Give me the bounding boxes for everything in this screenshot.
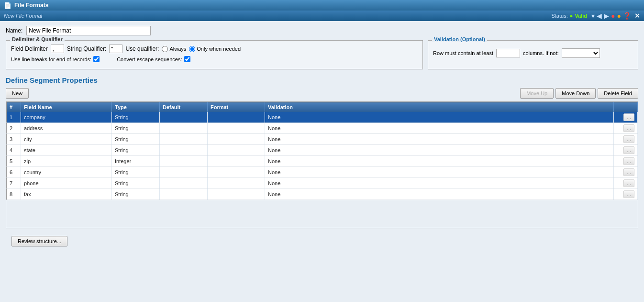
app-icon: 📄 [4,2,11,9]
cell-num: 2 [7,123,21,134]
table-row[interactable]: 5 zip Integer None ... [7,156,638,167]
delimiter-legend: Delimiter & Qualifier [10,36,65,42]
cell-dots[interactable]: ... [614,134,638,145]
line-breaks-label[interactable]: Use line breaks for end of records: [11,56,100,62]
sub-title-bar: New File Format Status: ● Valid ▾ ◀ ▶ ● … [0,11,644,21]
dots-button[interactable]: ... [623,190,634,198]
panels-row: Delimiter & Qualifier Field Delimiter St… [6,40,638,69]
warn-icon[interactable]: ● [617,12,622,20]
review-structure-button[interactable]: Review structure... [11,236,67,246]
cell-format [208,156,265,167]
status-area: Status: ● Valid ▾ ◀ ▶ ● ● ❓ ✕ [551,12,640,20]
cell-default [160,189,208,200]
cell-dots[interactable]: ... [614,178,638,189]
cell-num: 3 [7,134,21,145]
delete-field-button[interactable]: Delete Field [598,88,638,99]
cell-dots[interactable]: ... [614,156,638,167]
toolbar-left: New [6,88,29,99]
validation-panel: Validation (Optional) Row must contain a… [428,40,638,69]
cell-dots[interactable]: ... [614,112,638,123]
dots-button[interactable]: ... [623,179,634,187]
dots-button[interactable]: ... [623,146,634,154]
table-row[interactable]: 7 phone String None ... [7,178,638,189]
name-label: Name: [6,27,22,34]
cell-type: String [112,134,160,145]
prev-icon[interactable]: ◀ [596,12,602,20]
always-radio-label[interactable]: Always [162,46,186,52]
min-columns-input[interactable] [496,49,520,57]
validation-row: Row must contain at least columns. If no… [433,48,633,58]
cell-fieldname: company [21,112,112,123]
dropdown-icon[interactable]: ▾ [591,12,595,20]
cell-format [208,178,265,189]
cell-dots[interactable]: ... [614,167,638,178]
cell-num: 6 [7,167,21,178]
title-bar: 📄 File Formats [0,0,644,11]
dots-button[interactable]: ... [623,157,634,165]
cell-fieldname: state [21,145,112,156]
cell-validation: None [265,145,614,156]
cell-num: 8 [7,189,21,200]
field-delimiter-input[interactable] [51,45,64,53]
bottom-bar: Review structure... [6,232,638,250]
name-input[interactable] [26,26,151,35]
col-header-validation: Validation [265,102,614,112]
delimiter-panel: Delimiter & Qualifier Field Delimiter St… [6,40,423,69]
convert-escape-label[interactable]: Convert escape sequences: [117,56,190,62]
cell-type: String [112,178,160,189]
app-title: File Formats [14,2,48,9]
table-row[interactable]: 4 state String None ... [7,145,638,156]
move-down-button[interactable]: Move Down [555,88,596,99]
cell-fieldname: city [21,134,112,145]
use-qualifier-label: Use qualifier: [125,45,159,52]
cell-num: 7 [7,178,21,189]
table-container: # Field Name Type Default Format Validat… [6,101,638,228]
dots-button[interactable]: ... [623,124,634,132]
cell-dots[interactable]: ... [614,123,638,134]
status-label: Status: [551,13,567,19]
segment-toolbar: New Move Up Move Down Delete Field [6,88,638,99]
dots-button[interactable]: ... [623,168,634,176]
cell-default [160,145,208,156]
only-when-needed-radio[interactable] [189,46,195,52]
move-up-button[interactable]: Move Up [520,88,554,99]
cell-format [208,145,265,156]
next-icon[interactable]: ▶ [603,12,610,20]
cell-num: 4 [7,145,21,156]
convert-escape-checkbox[interactable] [184,56,190,62]
col-header-type: Type [112,102,160,112]
toolbar-right: Move Up Move Down Delete Field [520,88,638,99]
cell-dots[interactable]: ... [614,145,638,156]
line-breaks-checkbox[interactable] [93,56,100,62]
table-row[interactable]: 8 fax String None ... [7,189,638,200]
table-row[interactable]: 3 city String None ... [7,134,638,145]
cell-format [208,189,265,200]
table-row[interactable]: 2 address String None ... [7,123,638,134]
string-qualifier-input[interactable] [109,45,122,53]
dots-button[interactable]: ... [623,113,634,121]
cell-format [208,167,265,178]
cell-default [160,178,208,189]
col-header-default: Default [160,102,208,112]
line-breaks-text: Use line breaks for end of records: [11,56,91,62]
table-row[interactable]: 1 company String None ... [7,112,638,123]
table-row[interactable]: 6 country String None ... [7,167,638,178]
delimiter-row: Field Delimiter String Qualifier: Use qu… [11,45,418,53]
close-button[interactable]: ✕ [634,12,640,20]
cell-type: String [112,145,160,156]
new-button[interactable]: New [6,88,29,99]
cell-type: Integer [112,156,160,167]
cell-validation: None [265,123,614,134]
only-when-needed-radio-label[interactable]: Only when needed [189,46,241,52]
cell-default [160,123,208,134]
line-breaks-row: Use line breaks for end of records: Conv… [11,56,418,62]
cell-fieldname: country [21,167,112,178]
always-radio[interactable] [162,46,168,52]
cell-dots[interactable]: ... [614,189,638,200]
action-select[interactable] [562,48,600,58]
help-icon[interactable]: ❓ [622,12,632,20]
columns-label: columns. If not: [523,50,559,56]
convert-escape-text: Convert escape sequences: [117,56,182,62]
record-icon[interactable]: ● [611,12,615,20]
dots-button[interactable]: ... [623,135,634,143]
